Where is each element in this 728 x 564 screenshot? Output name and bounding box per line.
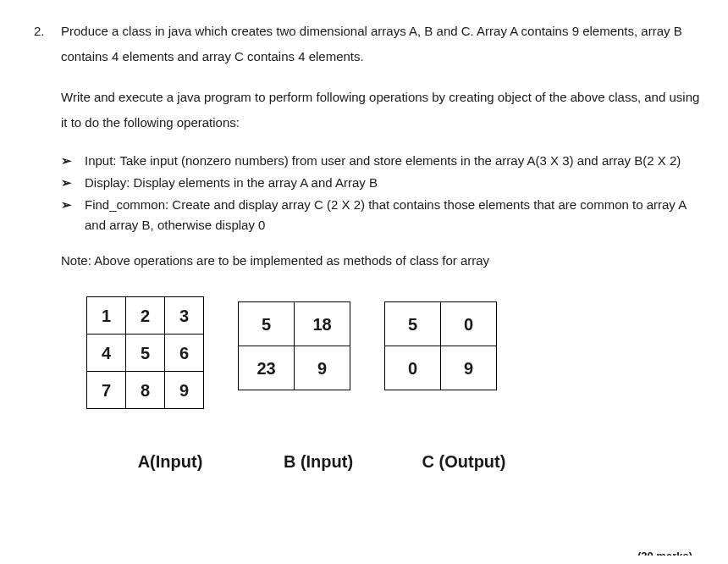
bullet-item: ➢ Input: Take input (nonzero numbers) fr… [61, 151, 704, 171]
table-cell: 6 [165, 335, 204, 372]
array-b-table: 5 18 23 9 [238, 301, 350, 390]
table-cell: 5 [126, 335, 165, 372]
label-array-b: B (Input) [262, 450, 374, 473]
table-cell: 18 [295, 302, 350, 346]
array-c-block: 5 0 0 9 [384, 301, 497, 390]
table-cell: 5 [239, 302, 295, 346]
table-cell: 5 [385, 302, 441, 346]
arrow-icon: ➢ [61, 173, 72, 193]
note-text: Note: Above operations are to be impleme… [61, 251, 704, 271]
array-b-block: 5 18 23 9 [238, 301, 350, 390]
bullet-item: ➢ Display: Display elements in the array… [61, 173, 704, 193]
array-a-block: 1 2 3 4 5 6 7 8 9 [86, 296, 204, 409]
paragraph-2: Write and execute a java program to perf… [61, 85, 704, 135]
table-row: 5 18 [239, 302, 350, 346]
table-row: 1 2 3 [87, 297, 204, 335]
bullet-text: Find_common: Create and display array C … [85, 197, 686, 232]
array-c-table: 5 0 0 9 [384, 301, 497, 390]
label-array-a: A(Input) [112, 450, 229, 473]
table-cell: 8 [126, 372, 165, 409]
table-row: 23 9 [239, 346, 350, 390]
table-row: 5 0 [385, 302, 497, 346]
question-number: 2. [34, 22, 61, 40]
bullet-item: ➢ Find_common: Create and display array … [61, 195, 704, 235]
table-row: 0 9 [385, 346, 497, 390]
table-cell: 7 [87, 372, 126, 409]
question-body: Produce a class in java which creates tw… [61, 19, 704, 473]
array-labels-row: A(Input) B (Input) C (Output) [112, 450, 704, 473]
table-cell: 9 [295, 346, 350, 390]
arrow-icon: ➢ [61, 151, 72, 171]
table-cell: 0 [441, 302, 497, 346]
table-cell: 2 [126, 297, 165, 335]
table-cell: 9 [165, 372, 204, 409]
table-cell: 0 [385, 346, 441, 390]
marks-fragment: (20 marks) [637, 549, 692, 556]
table-cell: 9 [441, 346, 497, 390]
bullet-text: Input: Take input (nonzero numbers) from… [85, 153, 681, 168]
bullet-text: Display: Display elements in the array A… [85, 175, 378, 190]
arrow-icon: ➢ [61, 195, 72, 215]
table-cell: 23 [239, 346, 295, 390]
table-cell: 3 [165, 297, 204, 335]
table-row: 7 8 9 [87, 372, 204, 409]
arrays-illustration: 1 2 3 4 5 6 7 8 9 [86, 296, 704, 409]
question-block: 2. Produce a class in java which creates… [34, 19, 704, 473]
table-row: 4 5 6 [87, 335, 204, 372]
table-cell: 4 [87, 335, 126, 372]
bullet-list: ➢ Input: Take input (nonzero numbers) fr… [61, 151, 704, 235]
paragraph-1: Produce a class in java which creates tw… [61, 19, 704, 69]
table-cell: 1 [87, 297, 126, 335]
array-a-table: 1 2 3 4 5 6 7 8 9 [86, 296, 204, 409]
label-array-c: C (Output) [408, 450, 520, 473]
